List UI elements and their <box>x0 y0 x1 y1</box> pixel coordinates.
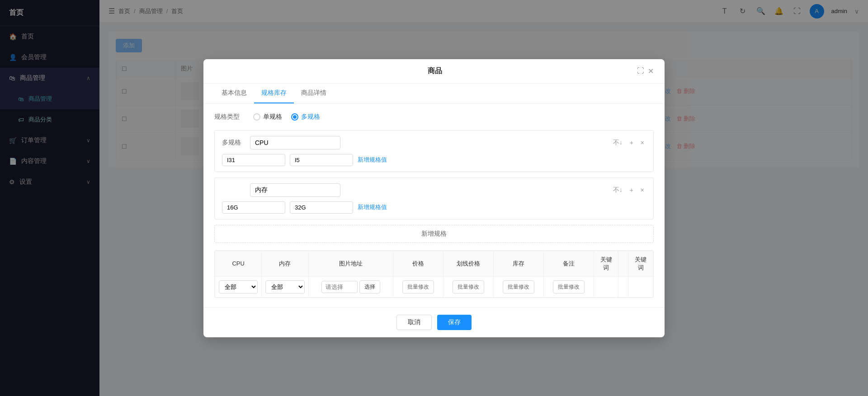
th-memory: 内存 <box>262 251 308 276</box>
batch-stock-btn[interactable]: 批量修改 <box>503 280 534 294</box>
spec-memory-value-2[interactable] <box>290 201 353 214</box>
spec-cpu-controls: 不↓ + × <box>611 138 646 148</box>
spec-cpu-add-btn[interactable]: + <box>628 138 635 147</box>
th-image: 图片地址 <box>308 251 393 276</box>
spec-table: CPU 内存 图片地址 价格 划线价格 库存 备注 关键词 关键词 <box>215 251 653 298</box>
radio-single-circle <box>253 113 260 121</box>
spec-memory-add-btn[interactable]: + <box>628 186 635 195</box>
tab-basic[interactable]: 基本信息 <box>214 84 254 103</box>
modal-body: 规格类型 单规格 多规格 <box>203 104 665 307</box>
batch-line-price-btn[interactable]: 批量修改 <box>453 280 484 294</box>
th-cpu: CPU <box>215 251 262 276</box>
memory-filter-select[interactable]: 全部 <box>265 280 304 294</box>
modal-tabs: 基本信息 规格库存 商品详情 <box>203 84 665 104</box>
spec-type-row: 规格类型 单规格 多规格 <box>214 113 654 121</box>
modal-overlay: 商品 ⛶ ✕ 基本信息 规格库存 商品详情 规格类型 <box>99 23 868 396</box>
spec-memory-controls: 不↓ + × <box>611 185 646 195</box>
spec-row-memory: 不↓ + × 新增规格值 <box>214 177 654 219</box>
th-price: 价格 <box>393 251 443 276</box>
modal-header-actions: ⛶ ✕ <box>637 67 654 75</box>
modal-title: 商品 <box>232 66 637 76</box>
radio-multi-dot <box>293 115 297 119</box>
spec-row-cpu: 多规格 不↓ + × 新增规格值 <box>214 130 654 172</box>
spec-table-wrap: CPU 内存 图片地址 价格 划线价格 库存 备注 关键词 关键词 <box>214 250 654 298</box>
spec-memory-input[interactable] <box>250 183 340 197</box>
image-select-btn[interactable]: 选择 <box>359 280 380 294</box>
spec-cpu-value-2[interactable] <box>290 154 353 166</box>
cpu-filter-select[interactable]: 全部 <box>219 280 258 294</box>
radio-multi-circle <box>291 113 298 121</box>
save-button[interactable]: 保存 <box>437 315 472 330</box>
spec-cpu-delete-btn[interactable]: × <box>639 138 646 147</box>
content-area: 添加 ☐ 图片 商品名称 价格 库存 状态 操作 ☐ <box>99 23 868 396</box>
th-line-price: 划线价格 <box>443 251 493 276</box>
add-cpu-value-btn[interactable]: 新增规格值 <box>358 156 387 164</box>
spec-memory-delete-btn[interactable]: × <box>639 186 646 195</box>
spec-row-memory-header: 不↓ + × <box>222 183 646 197</box>
th-remark: 备注 <box>543 251 594 276</box>
th-keyword2: 关键词 <box>628 251 653 276</box>
batch-price-btn[interactable]: 批量修改 <box>402 280 434 294</box>
image-input[interactable] <box>321 281 358 293</box>
modal-dialog: 商品 ⛶ ✕ 基本信息 规格库存 商品详情 规格类型 <box>203 59 665 337</box>
radio-group: 单规格 多规格 <box>253 113 320 121</box>
spec-row-cpu-label: 多规格 <box>222 139 245 147</box>
spec-cpu-values: 新增规格值 <box>222 154 646 166</box>
spec-type-label: 规格类型 <box>214 113 246 121</box>
spec-memory-values: 新增规格值 <box>222 201 646 214</box>
spec-table-filter-row: 全部 全部 <box>215 276 653 297</box>
th-empty <box>618 251 628 276</box>
radio-single-label: 单规格 <box>263 113 282 121</box>
main-area: ☰ 首页 / 商品管理 / 首页 T ↻ 🔍 🔔 ⛶ A admin ∨ 添加 <box>99 0 868 396</box>
add-memory-value-btn[interactable]: 新增规格值 <box>358 203 387 211</box>
cancel-button[interactable]: 取消 <box>396 315 432 330</box>
close-icon[interactable]: ✕ <box>648 67 654 75</box>
radio-multi[interactable]: 多规格 <box>291 113 320 121</box>
spec-row-cpu-header: 多规格 不↓ + × <box>222 136 646 149</box>
spec-memory-value-1[interactable] <box>222 201 285 214</box>
tab-detail[interactable]: 商品详情 <box>294 84 334 103</box>
modal-footer: 取消 保存 <box>203 307 665 337</box>
modal-header: 商品 ⛶ ✕ <box>203 59 665 84</box>
image-select-row: 选择 <box>312 280 389 294</box>
spec-cpu-value-1[interactable] <box>222 154 285 166</box>
batch-remark-btn[interactable]: 批量修改 <box>553 280 585 294</box>
th-keyword1: 关键词 <box>594 251 618 276</box>
th-stock: 库存 <box>493 251 543 276</box>
spec-cpu-down-btn[interactable]: 不↓ <box>611 138 624 148</box>
add-spec-button[interactable]: 新增规格 <box>214 225 654 243</box>
radio-multi-label: 多规格 <box>301 113 320 121</box>
spec-cpu-input[interactable] <box>250 136 340 149</box>
tab-spec[interactable]: 规格库存 <box>254 84 294 103</box>
spec-memory-down-btn[interactable]: 不↓ <box>611 185 624 195</box>
expand-icon[interactable]: ⛶ <box>637 67 644 75</box>
radio-single[interactable]: 单规格 <box>253 113 282 121</box>
